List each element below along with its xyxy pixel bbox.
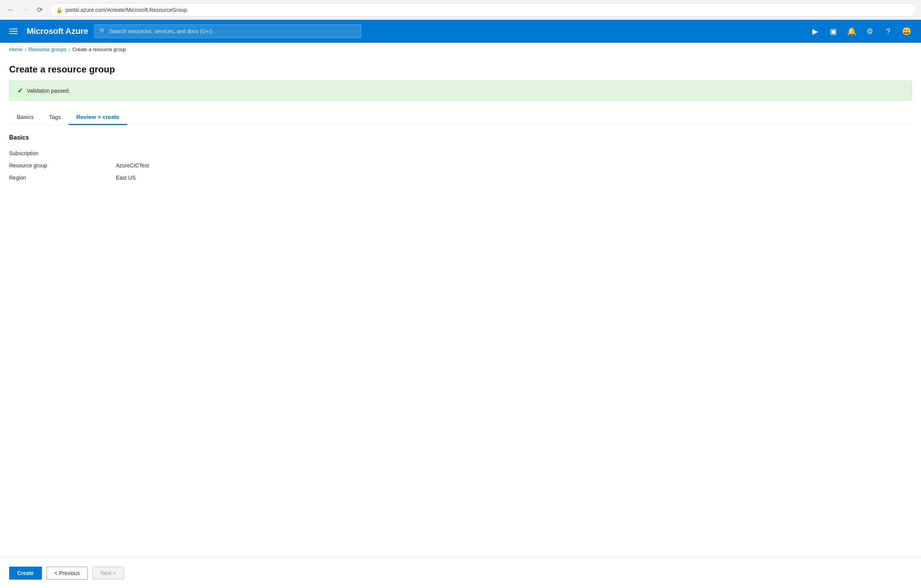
- page-title: Create a resource group: [9, 64, 912, 75]
- help-button[interactable]: ?: [880, 23, 897, 40]
- subscription-label: Subscription: [9, 150, 116, 156]
- validation-message: Validation passed.: [27, 88, 70, 94]
- reload-button[interactable]: ⟳: [34, 4, 46, 16]
- region-value: East US: [116, 175, 135, 181]
- breadcrumb-separator-2: ›: [69, 47, 70, 52]
- field-row-resource-group: Resource group AzureCICTest: [9, 159, 912, 172]
- resource-group-value: AzureCICTest: [116, 162, 149, 169]
- field-row-subscription: Subscription: [9, 147, 912, 159]
- tab-basics[interactable]: Basics: [9, 110, 41, 125]
- address-bar[interactable]: 🔒 portal.azure.com/#create/Microsoft.Res…: [50, 3, 916, 17]
- tabs-container: Basics Tags Review + create: [9, 110, 912, 125]
- breadcrumb-home[interactable]: Home: [9, 47, 23, 52]
- help-icon: ?: [886, 27, 890, 36]
- azure-logo: Microsoft Azure: [27, 26, 88, 36]
- settings-button[interactable]: ⚙: [861, 23, 878, 40]
- search-icon: 🔍: [99, 28, 106, 35]
- back-button[interactable]: ←: [5, 4, 17, 16]
- search-placeholder: Search resources, services, and docs (G+…: [109, 28, 213, 34]
- terminal-icon: ▶: [812, 27, 818, 36]
- account-icon: 😀: [902, 27, 911, 36]
- breadcrumb-resource-groups[interactable]: Resource groups: [29, 47, 67, 52]
- section-title-basics: Basics: [9, 134, 912, 141]
- browser-nav-buttons: ← → ⟳: [5, 4, 46, 16]
- create-button[interactable]: Create: [9, 567, 42, 580]
- menu-button[interactable]: [6, 26, 21, 37]
- check-icon: ✓: [17, 86, 23, 95]
- page-footer: Create < Previous Next >: [0, 557, 921, 588]
- tab-tags[interactable]: Tags: [41, 110, 69, 125]
- previous-button[interactable]: < Previous: [47, 567, 88, 580]
- lock-icon: 🔒: [56, 7, 63, 13]
- notification-button[interactable]: 🔔: [843, 23, 860, 40]
- breadcrumb-current: Create a resource group: [73, 47, 126, 52]
- validation-banner: ✓ Validation passed.: [9, 81, 912, 101]
- field-row-region: Region East US: [9, 172, 912, 184]
- breadcrumb: Home › Resource groups › Create a resour…: [0, 43, 921, 57]
- search-bar[interactable]: 🔍 Search resources, services, and docs (…: [94, 24, 361, 38]
- basics-section: Basics Subscription Resource group Azure…: [9, 134, 912, 184]
- settings-icon: ⚙: [866, 27, 873, 36]
- next-button: Next >: [92, 567, 124, 580]
- resource-group-label: Resource group: [9, 162, 116, 169]
- url-text: portal.azure.com/#create/Microsoft.Resou…: [66, 7, 187, 13]
- forward-button[interactable]: →: [19, 4, 31, 16]
- main-content: Create a resource group ✓ Validation pas…: [0, 57, 921, 556]
- region-label: Region: [9, 175, 116, 181]
- tab-review-create[interactable]: Review + create: [69, 110, 127, 125]
- breadcrumb-separator-1: ›: [25, 47, 26, 52]
- cloud-shell-button[interactable]: ▣: [825, 23, 842, 40]
- account-button[interactable]: 😀: [898, 23, 915, 40]
- terminal-icon-button[interactable]: ▶: [807, 23, 823, 40]
- browser-chrome: ← → ⟳ 🔒 portal.azure.com/#create/Microso…: [0, 0, 921, 20]
- topbar-icons: ▶ ▣ 🔔 ⚙ ? 😀: [807, 23, 915, 40]
- azure-topbar: Microsoft Azure 🔍 Search resources, serv…: [0, 20, 921, 43]
- notification-icon: 🔔: [847, 27, 856, 36]
- cloud-shell-icon: ▣: [830, 27, 837, 36]
